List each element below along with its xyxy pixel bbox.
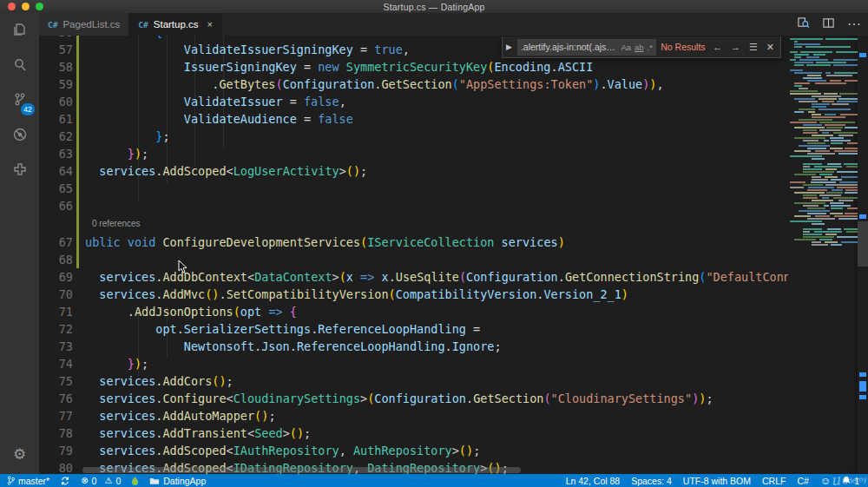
editor-pane[interactable]: 56 {57 ValidateIssuerSigningKey = true,5…	[39, 36, 868, 474]
indentation-setting[interactable]: Spaces: 4	[631, 476, 672, 486]
project-indicator[interactable]: DatingApp	[149, 476, 206, 486]
close-tab-icon[interactable]: ×	[207, 19, 213, 30]
indent-guide	[138, 306, 139, 376]
tab-label: Startup.cs	[154, 19, 199, 30]
find-previous-icon[interactable]: ←	[710, 42, 725, 52]
feedback-smiley-icon[interactable]: ☺	[820, 476, 831, 486]
find-results-label: No Results	[660, 42, 707, 52]
editor-actions: ···	[797, 13, 861, 36]
overview-mark	[859, 395, 866, 399]
open-changes-icon[interactable]	[797, 16, 810, 33]
code-area[interactable]: 56 {57 ValidateIssuerSigningKey = true,5…	[39, 36, 788, 474]
indent-guide	[138, 36, 139, 201]
regex-icon[interactable]: .*	[648, 43, 653, 52]
window-title: Startup.cs — DatingApp	[0, 2, 868, 12]
csharp-file-icon: C#	[48, 20, 57, 30]
udemy-watermark: u Udemy	[830, 468, 867, 487]
overview-ruler[interactable]	[858, 36, 868, 474]
more-actions-icon[interactable]: ···	[847, 16, 861, 32]
branch-name: master*	[18, 476, 49, 486]
tab-pagedlist[interactable]: C# PagedList.cs	[39, 13, 129, 36]
overview-mark	[859, 53, 866, 57]
whole-word-icon[interactable]: ab	[635, 43, 644, 52]
error-icon: ⊗	[81, 477, 88, 485]
project-name: DatingApp	[163, 476, 206, 486]
sync-changes-button[interactable]	[60, 476, 70, 486]
encoding-setting[interactable]: UTF-8 with BOM	[683, 476, 751, 486]
search-icon[interactable]	[0, 48, 39, 82]
language-mode[interactable]: C#	[797, 476, 808, 486]
indent-guide	[167, 306, 168, 359]
activity-bar: 42 ⚙	[0, 13, 39, 474]
overview-mark	[859, 381, 866, 392]
find-expand-chevron-icon[interactable]: ▶	[504, 43, 514, 51]
tab-label: PagedList.cs	[62, 19, 120, 30]
udemy-watermark-text: Udemy	[841, 475, 866, 486]
overview-mark	[859, 214, 866, 219]
branch-icon	[7, 476, 15, 485]
indent-guide	[167, 36, 168, 183]
debug-icon[interactable]	[0, 117, 39, 152]
cursor-position[interactable]: Ln 42, Col 88	[566, 476, 620, 486]
horizontal-scrollbar[interactable]	[82, 467, 521, 473]
title-bar: Startup.cs — DatingApp	[0, 0, 868, 13]
source-control-icon[interactable]: 42	[0, 82, 39, 117]
flame-icon[interactable]	[131, 476, 139, 486]
warning-icon: ⚠	[104, 477, 112, 485]
find-next-icon[interactable]: →	[728, 42, 743, 52]
settings-gear-icon[interactable]: ⚙	[0, 441, 39, 467]
source-control-badge: 42	[21, 103, 35, 115]
find-close-icon[interactable]: ✕	[764, 42, 777, 53]
find-in-selection-icon[interactable]: ☰	[746, 42, 760, 53]
folder-icon	[149, 477, 160, 485]
scrollbar-thumb[interactable]	[858, 221, 868, 267]
mouse-cursor	[178, 260, 188, 278]
error-count: 0	[92, 476, 97, 486]
overview-mark	[859, 372, 866, 377]
find-input[interactable]: .alertify.ajs-in:not(.ajs… Aa ab .*	[517, 39, 656, 56]
extensions-icon[interactable]	[0, 152, 39, 187]
problems-indicator[interactable]: ⊗ 0 ⚠ 0	[81, 476, 121, 486]
find-query-text[interactable]: .alertify.ajs-in:not(.ajs…	[521, 42, 617, 52]
tab-startup[interactable]: C# Startup.cs ×	[129, 13, 222, 36]
csharp-file-icon: C#	[138, 20, 148, 30]
explorer-icon[interactable]	[0, 13, 39, 48]
minimap[interactable]	[788, 36, 858, 474]
warning-count: 0	[115, 476, 121, 486]
minimap-code	[788, 38, 858, 246]
indent-guide	[194, 36, 195, 166]
split-editor-icon[interactable]	[822, 16, 835, 33]
udemy-logo-glyph: u	[830, 471, 841, 487]
git-branch-indicator[interactable]: master*	[7, 476, 49, 486]
match-case-icon[interactable]: Aa	[621, 43, 631, 52]
status-bar: master* ⊗ 0 ⚠ 0 DatingApp Ln 42, Col 88 …	[0, 474, 868, 487]
vscode-window: Startup.cs — DatingApp 42 ⚙ C# PagedList…	[0, 0, 868, 487]
eol-setting[interactable]: CRLF	[762, 476, 786, 486]
indent-guide	[223, 36, 224, 148]
find-widget: ▶ .alertify.ajs-in:not(.ajs… Aa ab .* No…	[502, 36, 781, 58]
tab-bar: C# PagedList.cs C# Startup.cs × ···	[39, 13, 868, 36]
